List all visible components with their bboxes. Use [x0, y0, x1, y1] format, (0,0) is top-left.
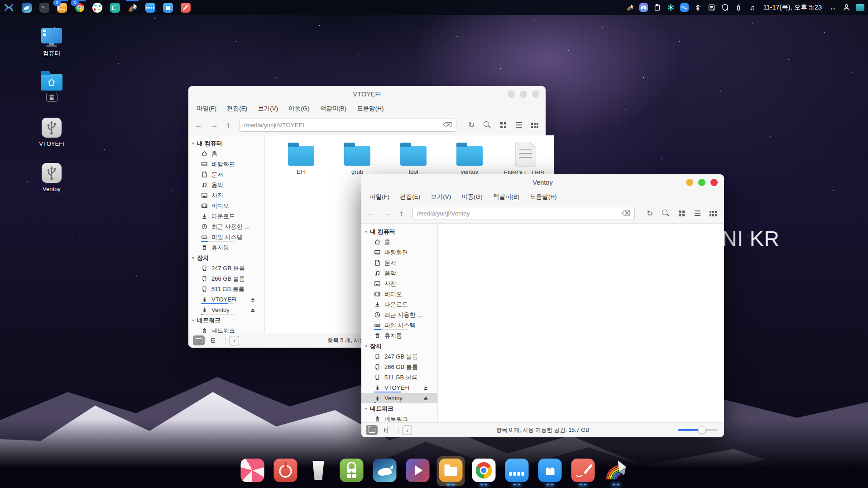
maximize-button[interactable] — [520, 91, 527, 98]
file-item-ventoy[interactable]: ventoy — [441, 142, 498, 176]
whale-browser-icon[interactable] — [21, 2, 32, 13]
file-list-area-empty[interactable] — [438, 224, 724, 422]
search-button[interactable] — [661, 209, 670, 218]
menu-view[interactable]: 보기(V) — [431, 193, 451, 201]
dock-item-notes[interactable] — [569, 456, 597, 486]
search-button[interactable] — [483, 120, 492, 129]
back-button[interactable]: ← — [368, 210, 375, 217]
sidebar-item-home[interactable]: 홈 — [188, 148, 264, 159]
sidebar-item-downloads[interactable]: 다운로드 — [361, 299, 437, 310]
sidebar-section-devices[interactable]: ▾장치 — [188, 253, 264, 263]
clipboard-icon[interactable] — [653, 3, 662, 12]
close-button[interactable] — [710, 179, 718, 186]
sidebar-item-documents[interactable]: 문서 — [188, 169, 264, 180]
asterisk-teal-icon[interactable] — [667, 3, 675, 12]
dock-item-video-player[interactable] — [403, 456, 432, 486]
desktop-icon-home[interactable]: 홈 — [30, 74, 73, 101]
eject-icon[interactable] — [422, 395, 429, 402]
sidebar-section-computer[interactable]: ▾내 컴퓨터 — [361, 226, 437, 237]
butterfly-app-icon[interactable] — [639, 3, 648, 12]
extension-puzzle-icon[interactable] — [163, 2, 173, 13]
zoom-slider[interactable] — [678, 429, 718, 431]
desktop-icon-ventoy[interactable]: Ventoy — [30, 163, 73, 192]
file-item-efi[interactable]: EFI — [273, 142, 329, 176]
sidebar-item-videos[interactable]: 비디오 — [188, 201, 264, 211]
sidebar-item-vtoyefi[interactable]: VTOYEFI — [361, 383, 437, 393]
eject-icon[interactable] — [249, 296, 256, 303]
sidebar-item-filesystem[interactable]: 파일 시스템 — [361, 320, 437, 330]
sidebar-item-filesystem[interactable]: 파일 시스템 — [188, 232, 264, 242]
sidebar-item-videos[interactable]: 비디오 — [361, 289, 437, 299]
dock-item-trash[interactable] — [304, 456, 332, 486]
dock-item-chrome[interactable] — [470, 456, 498, 486]
dock-item-prism-capture[interactable] — [602, 456, 630, 486]
close-button[interactable] — [532, 91, 539, 98]
notes-pen-icon[interactable] — [180, 2, 191, 13]
menu-edit[interactable]: 편집(E) — [400, 193, 420, 201]
sidebar-item-pictures[interactable]: 사진 — [361, 278, 437, 289]
compact-view-button[interactable] — [709, 209, 718, 218]
sidebar-item-volume-266[interactable]: 266 GB 볼륨 — [361, 362, 437, 372]
sidebar-item-volume-511[interactable]: 511 GB 볼륨 — [188, 284, 264, 294]
minimize-button[interactable] — [508, 91, 515, 98]
menu-help[interactable]: 도움말(H) — [357, 105, 384, 113]
up-button[interactable]: ↑ — [399, 210, 403, 217]
list-view-button[interactable] — [514, 120, 523, 129]
compact-view-button[interactable] — [530, 120, 539, 129]
shield-security-icon[interactable] — [721, 3, 729, 12]
menu-file[interactable]: 파일(F) — [197, 105, 216, 113]
chrome-icon[interactable]: 3 — [74, 2, 85, 13]
address-input[interactable] — [417, 210, 622, 217]
user-icon[interactable] — [842, 3, 851, 12]
menu-help[interactable]: 도움말(H) — [530, 193, 556, 201]
forward-button[interactable]: → — [211, 121, 218, 129]
sidebar-item-network[interactable]: 네트워크 — [361, 414, 437, 422]
sidebar-item-ventoy[interactable]: Ventoy — [188, 305, 264, 315]
menu-file[interactable]: 파일(F) — [369, 193, 389, 201]
dock-item-messenger[interactable] — [503, 456, 531, 486]
menu-edit[interactable]: 편집(E) — [227, 105, 247, 113]
resize-arrows-icon[interactable]: ↔ — [829, 3, 837, 12]
sidebar-item-ventoy-selected[interactable]: Ventoy — [361, 393, 437, 403]
back-button[interactable]: ← — [195, 121, 202, 129]
wave-input-icon[interactable] — [680, 3, 689, 12]
sidebar-item-recent[interactable]: 최근 사용한 … — [361, 310, 437, 320]
sidebar-item-volume-266[interactable]: 266 GB 볼륨 — [188, 273, 264, 284]
note-editor-icon[interactable] — [707, 3, 716, 12]
icon-view-button[interactable] — [677, 209, 686, 218]
file-manager-icon[interactable]: 3 — [57, 2, 67, 13]
menu-go[interactable]: 이동(G) — [288, 105, 310, 113]
sidebar-item-home[interactable]: 홈 — [361, 237, 437, 247]
sidebar-item-volume-511[interactable]: 511 GB 볼륨 — [361, 372, 437, 383]
dock-item-extensions[interactable] — [536, 456, 564, 486]
sidebar-section-devices[interactable]: ▾장치 — [361, 341, 437, 351]
dock-item-media-player[interactable] — [238, 456, 266, 486]
refresh-button[interactable]: ↻ — [467, 120, 476, 129]
sidebar-item-documents[interactable]: 문서 — [361, 258, 437, 268]
sidebar-section-network[interactable]: ▾네트워크 — [188, 315, 264, 325]
up-button[interactable]: ↑ — [226, 121, 230, 129]
screenshot-crop-icon[interactable] — [110, 2, 120, 13]
titlebar[interactable]: VTOYEFI — [188, 86, 546, 102]
dock-item-file-manager[interactable] — [436, 456, 465, 486]
icon-view-button[interactable] — [499, 120, 508, 129]
display-icon[interactable] — [856, 3, 864, 12]
terminal-icon[interactable]: >_ — [39, 2, 49, 13]
sidebar-item-music[interactable]: 음악 — [361, 268, 437, 278]
address-input[interactable] — [244, 122, 443, 129]
music-player-icon[interactable]: ♫ — [748, 3, 757, 12]
sidebar-item-trash[interactable]: 휴지통 — [361, 330, 437, 341]
slack-icon[interactable] — [92, 2, 102, 13]
menu-bookmarks[interactable]: 책갈피(B) — [320, 105, 347, 113]
maximize-button[interactable] — [698, 179, 705, 186]
sidebar-item-downloads[interactable]: 다운로드 — [188, 211, 264, 221]
places-toggle-button[interactable] — [193, 335, 205, 345]
menu-bookmarks[interactable]: 책갈피(B) — [493, 193, 520, 201]
eject-icon[interactable] — [422, 384, 429, 391]
dock-item-power[interactable] — [271, 456, 299, 486]
bluetooth-icon[interactable] — [694, 3, 702, 12]
prism-capture-tray-icon[interactable] — [626, 3, 634, 12]
sidebar-section-computer[interactable]: ▾내 컴퓨터 — [188, 138, 264, 148]
sidebar-item-network[interactable]: 네트워크 — [188, 325, 264, 333]
sidebar-item-music[interactable]: 음악 — [188, 180, 264, 190]
